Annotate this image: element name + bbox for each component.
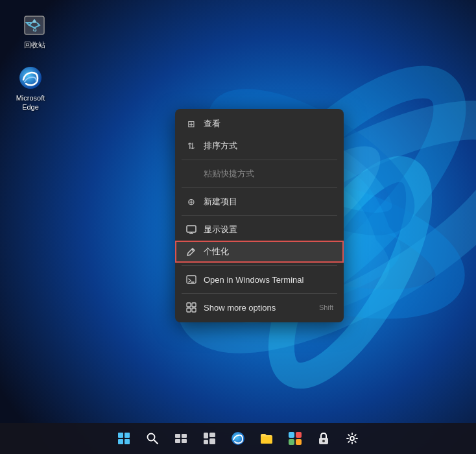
recycle-bin-label: 回收站 (24, 40, 45, 49)
search-button[interactable] (139, 425, 165, 451)
svg-rect-22 (125, 433, 130, 438)
taskbar-settings-button[interactable] (339, 425, 365, 451)
svg-rect-28 (182, 434, 187, 438)
svg-rect-33 (209, 433, 215, 437)
taskbar (0, 423, 476, 454)
svg-rect-30 (182, 439, 187, 443)
separator-2 (182, 187, 337, 188)
more-options-icon (185, 302, 197, 313)
menu-item-view[interactable]: ⊞ 查看 (175, 113, 344, 135)
taskbar-lock-button[interactable] (311, 425, 337, 451)
svg-rect-37 (296, 432, 302, 438)
new-icon: ⊕ (185, 196, 197, 208)
widgets-button[interactable] (196, 425, 222, 451)
menu-item-paste-shortcut[interactable]: 粘贴快捷方式 (175, 163, 344, 185)
svg-rect-29 (175, 439, 180, 443)
display-icon (185, 224, 197, 235)
svg-rect-11 (187, 226, 196, 232)
separator-5 (182, 293, 337, 294)
menu-item-sort[interactable]: ⇅ 排序方式 (175, 135, 344, 157)
terminal-label: Open in Windows Terminal (204, 275, 303, 285)
separator-4 (182, 265, 337, 266)
taskbar-edge-button[interactable] (225, 425, 251, 451)
personalize-icon (185, 246, 197, 257)
more-options-label: Show more options (204, 303, 276, 313)
svg-rect-24 (125, 439, 130, 444)
taskbar-store-button[interactable] (282, 425, 308, 451)
menu-item-personalize[interactable]: 个性化 (175, 241, 344, 263)
sort-label: 排序方式 (204, 140, 237, 152)
svg-point-42 (350, 436, 354, 440)
separator-3 (182, 215, 337, 216)
menu-item-display[interactable]: 显示设置 (175, 219, 344, 241)
svg-rect-12 (189, 233, 193, 234)
start-button[interactable] (111, 425, 137, 451)
taskbar-explorer-button[interactable] (254, 425, 280, 451)
terminal-icon (185, 274, 197, 285)
edge-label: Microsoft Edge (8, 93, 53, 112)
svg-rect-19 (187, 308, 191, 312)
microsoft-edge-icon[interactable]: Microsoft Edge (8, 65, 53, 112)
menu-item-terminal[interactable]: Open in Windows Terminal (175, 269, 344, 291)
svg-rect-36 (289, 432, 294, 438)
view-icon: ⊞ (185, 118, 197, 130)
menu-item-new[interactable]: ⊕ 新建项目 (175, 191, 344, 213)
recycle-bin-icon[interactable]: ♻ 回收站 (12, 12, 57, 49)
recycle-bin-image: ♻ (21, 12, 47, 38)
desktop: ♻ 回收站 Microsoft Edge ⊞ (0, 0, 476, 454)
svg-rect-27 (175, 434, 180, 438)
display-label: 显示设置 (204, 224, 237, 235)
task-view-button[interactable] (168, 425, 194, 451)
svg-rect-20 (192, 308, 196, 312)
edge-image (18, 65, 43, 91)
svg-rect-39 (296, 439, 302, 445)
svg-rect-23 (118, 439, 123, 444)
svg-point-41 (322, 440, 325, 442)
svg-rect-31 (204, 433, 208, 438)
paste-icon (185, 168, 197, 180)
svg-rect-21 (118, 433, 123, 438)
new-label: 新建项目 (204, 196, 237, 208)
personalize-label: 个性化 (204, 246, 229, 257)
paste-shortcut-label: 粘贴快捷方式 (204, 168, 254, 180)
sort-icon: ⇅ (185, 140, 197, 152)
svg-line-26 (154, 440, 158, 444)
context-menu: ⊞ 查看 ⇅ 排序方式 粘贴快捷方式 ⊕ 新建项目 (175, 109, 344, 322)
svg-rect-17 (187, 303, 191, 307)
svg-rect-18 (192, 303, 196, 307)
svg-text:♻: ♻ (32, 27, 37, 33)
svg-rect-34 (209, 438, 215, 444)
separator-1 (182, 160, 337, 160)
view-label: 查看 (204, 118, 220, 130)
svg-rect-32 (204, 440, 208, 444)
menu-item-more-options[interactable]: Show more options Shift (175, 296, 344, 318)
more-options-shortcut: Shift (319, 304, 333, 311)
svg-rect-38 (289, 439, 294, 445)
